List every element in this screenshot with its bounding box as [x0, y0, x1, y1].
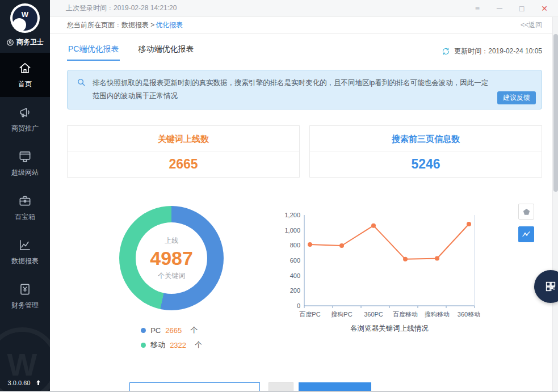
card-top3-info: 搜索前三页信息数 5246 — [309, 125, 542, 178]
sidebar: W 商务卫士 首页 商贸推广 超级网站 百宝箱 — [0, 0, 50, 391]
tab-pc-report[interactable]: PC端优化报表 — [67, 42, 120, 61]
breadcrumb-prefix: 您当前所在页面：数据报表 > — [67, 20, 154, 30]
last-login-label: 上次登录时间：2019-02-28 14:21:20 — [66, 3, 177, 13]
svg-text:搜狗移动: 搜狗移动 — [425, 311, 450, 318]
sidebar-item-finance[interactable]: 财务管理 — [0, 274, 50, 318]
sidebar-item-label: 首页 — [18, 79, 32, 89]
page-content: PC端优化报表 移动端优化报表 更新时间：2019-02-24 10:05 排名… — [50, 34, 558, 391]
chart-toolbox — [518, 204, 534, 242]
chart-tool-save-button[interactable] — [518, 204, 534, 220]
svg-text:1,000: 1,000 — [285, 227, 301, 234]
back-link[interactable]: <<返回 — [521, 20, 542, 30]
breadcrumb: 您当前所在页面：数据报表 > 优化报表 <<返回 — [50, 17, 558, 34]
legend-item-pc[interactable]: PC 2665 个 — [141, 325, 202, 335]
legend-item-mobile[interactable]: 移动 2322 个 — [141, 340, 202, 350]
update-time-row: 更新时间：2019-02-24 10:05 — [442, 47, 542, 61]
chart-tool-line-button[interactable] — [518, 226, 534, 242]
svg-text:百度PC: 百度PC — [300, 311, 321, 318]
svg-text:百度移动: 百度移动 — [393, 311, 418, 318]
donut-center-bottom: 个关键词 — [158, 271, 185, 281]
donut-legend: PC 2665 个 移动 2322 个 — [141, 325, 202, 350]
home-icon — [18, 61, 32, 75]
toolbox-icon — [18, 193, 32, 208]
version-label: 3.0.0.60 — [8, 380, 31, 386]
search-icon — [77, 78, 86, 87]
donut-center: 上线 4987 个关键词 — [136, 222, 207, 294]
svg-text:0: 0 — [297, 302, 300, 309]
tabs-row: PC端优化报表 移动端优化报表 更新时间：2019-02-24 10:05 — [67, 42, 542, 61]
scrollbar-thumb[interactable] — [553, 34, 558, 192]
donut-center-value: 4987 — [150, 247, 193, 269]
tab-mobile-report[interactable]: 移动端优化报表 — [137, 42, 195, 61]
donut-center-top: 上线 — [165, 236, 178, 246]
svg-text:各浏览器关键词上线情况: 各浏览器关键词上线情况 — [351, 324, 429, 332]
card-keywords-online: 关键词上线数 2665 — [67, 125, 300, 178]
maximize-icon[interactable]: □ — [519, 5, 524, 12]
user-badge-icon — [6, 39, 14, 47]
footer-input[interactable] — [129, 382, 260, 391]
title-bar: 上次登录时间：2019-02-28 14:21:20 ≡ ─ □ ✕ — [50, 0, 558, 17]
close-icon[interactable]: ✕ — [541, 5, 548, 12]
logo-bite — [12, 18, 26, 32]
refresh-icon[interactable] — [442, 47, 450, 56]
legend-dot-pc — [141, 328, 146, 333]
qr-code-icon — [544, 280, 557, 293]
stat-cards: 关键词上线数 2665 搜索前三页信息数 5246 — [67, 125, 542, 178]
sidebar-item-label: 超级网站 — [11, 168, 39, 178]
svg-text:搜狗PC: 搜狗PC — [332, 311, 353, 318]
card-title: 关键词上线数 — [68, 126, 299, 151]
sidebar-item-label: 百宝箱 — [15, 212, 35, 222]
card-value: 2665 — [68, 151, 299, 177]
main-area: 上次登录时间：2019-02-28 14:21:20 ≡ ─ □ ✕ 您当前所在… — [50, 0, 558, 391]
logo-letter: W — [10, 10, 40, 19]
scrollbar-track[interactable] — [552, 17, 558, 391]
chart-icon — [18, 238, 32, 252]
version-row: 3.0.0.60 — [0, 379, 50, 386]
sidebar-item-promotion[interactable]: 商贸推广 — [0, 97, 50, 141]
svg-text:360PC: 360PC — [364, 311, 383, 318]
legend-value: 2665 — [165, 326, 186, 335]
legend-unit: 个 — [190, 325, 198, 335]
card-value: 5246 — [310, 151, 542, 177]
sidebar-item-label: 财务管理 — [11, 301, 39, 310]
sidebar-item-home[interactable]: 首页 — [0, 53, 50, 97]
footer-blue-button[interactable] — [299, 382, 371, 391]
legend-label: 移动 — [150, 340, 165, 350]
card-title: 搜索前三页信息数 — [310, 126, 542, 151]
legend-unit: 个 — [195, 340, 202, 350]
browser-icon — [18, 149, 32, 164]
brand-row: 商务卫士 — [6, 37, 44, 47]
notice-text: 排名快照抓取的是报表更新时刻的真实数据，搜索引擎的排名是实时变化的，且不同地区i… — [93, 79, 488, 100]
donut-ring[interactable]: 上线 4987 个关键词 — [119, 206, 224, 310]
window-controls: ≡ ─ □ ✕ — [475, 5, 548, 12]
update-arrow-icon[interactable] — [35, 379, 42, 386]
footer-cut-row — [129, 382, 371, 391]
sidebar-item-toolbox[interactable]: 百宝箱 — [0, 186, 50, 230]
legend-dot-mobile — [141, 343, 146, 348]
sidebar-item-label: 数据报表 — [11, 256, 39, 266]
svg-text:800: 800 — [290, 242, 300, 249]
brand-label: 商务卫士 — [16, 37, 44, 47]
footer-gray-button[interactable] — [268, 382, 293, 391]
svg-text:1,200: 1,200 — [285, 212, 301, 218]
legend-label: PC — [150, 326, 161, 335]
sidebar-item-reports[interactable]: 数据报表 — [0, 230, 50, 274]
svg-text:360移动: 360移动 — [458, 311, 480, 318]
svg-text:600: 600 — [290, 257, 300, 264]
line-chart-svg: 02004006008001,0001,200百度PC搜狗PC360PC百度移动… — [276, 207, 487, 335]
menu-icon[interactable]: ≡ — [475, 5, 480, 12]
charts-section: 上线 4987 个关键词 PC 2665 个 — [67, 199, 542, 350]
app-window: W 商务卫士 首页 商贸推广 超级网站 百宝箱 — [0, 0, 558, 392]
legend-value: 2322 — [170, 341, 190, 349]
app-logo: W — [10, 3, 40, 33]
minimize-icon[interactable]: ─ — [497, 5, 502, 12]
svg-text:200: 200 — [290, 288, 300, 294]
sidebar-item-website[interactable]: 超级网站 — [0, 141, 50, 186]
svg-text:400: 400 — [290, 272, 300, 279]
breadcrumb-current[interactable]: 优化报表 — [156, 20, 183, 30]
feedback-button[interactable]: 建议反馈 — [497, 91, 536, 104]
donut-chart-panel: 上线 4987 个关键词 PC 2665 个 — [67, 199, 276, 350]
finance-icon — [18, 282, 32, 297]
notice-banner: 排名快照抓取的是报表更新时刻的真实数据，搜索引擎的排名是实时变化的，且不同地区i… — [67, 70, 542, 109]
sidebar-item-label: 商贸推广 — [11, 124, 39, 133]
